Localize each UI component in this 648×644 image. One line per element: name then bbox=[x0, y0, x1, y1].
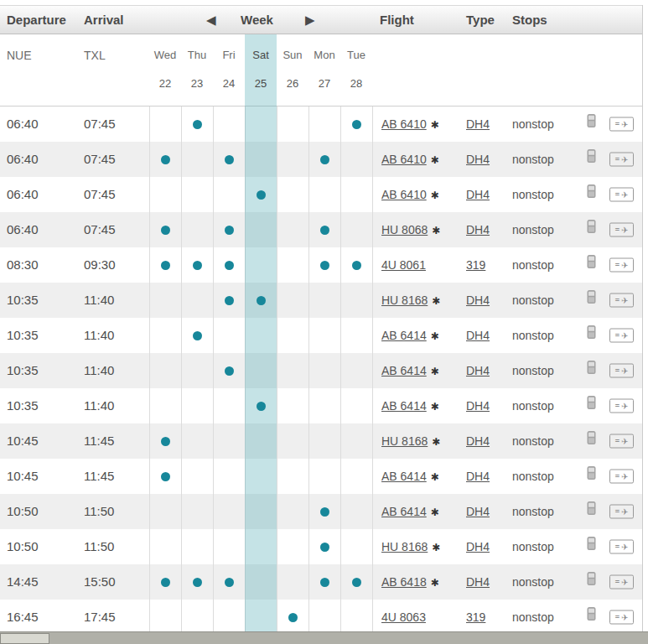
origin-airport-code: NUE bbox=[7, 46, 32, 65]
eticket-icon[interactable]: = ✈ bbox=[609, 258, 634, 273]
eticket-icon[interactable]: = ✈ bbox=[609, 293, 634, 308]
aircraft-type-link[interactable]: DH4 bbox=[466, 364, 490, 377]
eticket-icon[interactable]: = ✈ bbox=[609, 575, 634, 589]
flight-number-link[interactable]: AB 6414 bbox=[381, 470, 427, 483]
type-cell: DH4 bbox=[466, 494, 490, 529]
day-cell bbox=[149, 247, 181, 283]
aircraft-type-link[interactable]: DH4 bbox=[466, 223, 490, 236]
stops-value: nonstop bbox=[512, 459, 554, 494]
next-week-icon[interactable]: ▶ bbox=[305, 6, 315, 34]
eticket-icon[interactable]: = ✈ bbox=[609, 470, 634, 484]
mobile-phone-icon[interactable] bbox=[586, 600, 597, 635]
flight-cell: AB 6414✱ bbox=[381, 353, 439, 389]
flight-number-link[interactable]: 4U 8061 bbox=[381, 258, 426, 272]
flight-number-link[interactable]: HU 8168 bbox=[381, 293, 428, 307]
aircraft-type-link[interactable]: DH4 bbox=[466, 153, 490, 166]
horizontal-scrollbar[interactable] bbox=[0, 631, 648, 644]
aircraft-type-link[interactable]: 319 bbox=[466, 610, 485, 624]
aircraft-type-link[interactable]: DH4 bbox=[466, 470, 490, 483]
mobile-phone-icon[interactable] bbox=[586, 529, 597, 564]
mobile-phone-icon[interactable] bbox=[586, 283, 597, 318]
stops-value: nonstop bbox=[512, 564, 554, 600]
flight-number-link[interactable]: HU 8068 bbox=[381, 223, 428, 236]
day-cell bbox=[213, 318, 245, 353]
ticket-lines-glyph: = bbox=[615, 402, 619, 410]
ticket-lines-glyph: = bbox=[615, 508, 619, 516]
aircraft-type-link[interactable]: DH4 bbox=[466, 575, 490, 589]
day-cell bbox=[308, 494, 340, 529]
flight-number-link[interactable]: AB 6414 bbox=[381, 399, 427, 413]
flight-row: 06:40 07:45 AB 6410✱ DH4 nonstop = ✈ bbox=[0, 142, 642, 177]
table-subheader: NUE TXL WedThuFriSatSunMonTue 2223242526… bbox=[0, 34, 642, 106]
mobile-phone-icon[interactable] bbox=[586, 494, 597, 529]
mobile-phone-icon[interactable] bbox=[586, 106, 597, 142]
mobile-phone-icon[interactable] bbox=[586, 459, 597, 494]
flight-number-link[interactable]: AB 6414 bbox=[381, 329, 427, 342]
type-cell: DH4 bbox=[466, 106, 490, 142]
codeshare-star-icon: ✱ bbox=[431, 154, 439, 166]
flight-number-link[interactable]: HU 8168 bbox=[381, 434, 428, 448]
flight-number-link[interactable]: AB 6418 bbox=[381, 575, 427, 589]
day-cell bbox=[308, 600, 340, 635]
eticket-icon[interactable]: = ✈ bbox=[609, 505, 634, 519]
aircraft-type-link[interactable]: 319 bbox=[466, 258, 485, 272]
eticket-icon[interactable]: = ✈ bbox=[609, 610, 634, 625]
ticket-plane-glyph: ✈ bbox=[621, 366, 628, 375]
day-cell bbox=[308, 529, 340, 564]
scrollbar-thumb[interactable] bbox=[0, 633, 49, 644]
aircraft-type-link[interactable]: DH4 bbox=[466, 434, 490, 448]
day-cell bbox=[308, 142, 340, 177]
eticket-icon[interactable]: = ✈ bbox=[609, 117, 634, 132]
aircraft-type-link[interactable]: DH4 bbox=[466, 117, 490, 131]
aircraft-type-link[interactable]: DH4 bbox=[466, 188, 490, 201]
mobile-phone-icon[interactable] bbox=[586, 423, 597, 459]
eticket-icon[interactable]: = ✈ bbox=[609, 223, 634, 237]
eticket-icon[interactable]: = ✈ bbox=[609, 364, 634, 378]
flight-cell: HU 8168✱ bbox=[381, 283, 440, 319]
ticket-plane-glyph: ✈ bbox=[621, 331, 628, 340]
arrival-time: 07:45 bbox=[84, 212, 116, 247]
mobile-phone-icon[interactable] bbox=[586, 212, 597, 247]
aircraft-type-link[interactable]: DH4 bbox=[466, 505, 490, 518]
mobile-phone-icon[interactable] bbox=[586, 177, 597, 212]
eticket-icon[interactable]: = ✈ bbox=[609, 540, 634, 554]
flight-number-link[interactable]: AB 6410 bbox=[381, 153, 427, 166]
ticket-lines-glyph: = bbox=[615, 473, 619, 480]
flight-number-link[interactable]: AB 6410 bbox=[381, 117, 427, 131]
day-cell bbox=[340, 494, 373, 529]
aircraft-type-link[interactable]: DH4 bbox=[466, 329, 490, 342]
day-date-sun: 26 bbox=[277, 75, 308, 93]
day-cell bbox=[181, 388, 213, 423]
flight-number-link[interactable]: AB 6414 bbox=[381, 505, 427, 518]
day-cell bbox=[308, 353, 340, 388]
mobile-phone-icon[interactable] bbox=[586, 142, 597, 177]
mobile-phone-icon[interactable] bbox=[586, 318, 597, 353]
mobile-phone-icon[interactable] bbox=[586, 247, 597, 283]
aircraft-type-link[interactable]: DH4 bbox=[466, 540, 490, 553]
eticket-icon[interactable]: = ✈ bbox=[609, 153, 634, 167]
aircraft-type-link[interactable]: DH4 bbox=[466, 399, 490, 413]
mobile-phone-icon[interactable] bbox=[586, 388, 597, 423]
eticket-icon[interactable]: = ✈ bbox=[609, 188, 634, 202]
arrival-time: 11:40 bbox=[84, 318, 114, 353]
aircraft-type-link[interactable]: DH4 bbox=[466, 293, 490, 307]
flight-number-link[interactable]: AB 6414 bbox=[381, 364, 427, 377]
mobile-phone-icon[interactable] bbox=[586, 564, 597, 600]
operates-day-dot bbox=[257, 190, 266, 200]
eticket-icon[interactable]: = ✈ bbox=[609, 399, 634, 413]
flight-number-link[interactable]: 4U 8063 bbox=[381, 610, 426, 624]
arrival-time: 11:40 bbox=[84, 353, 114, 388]
operates-day-dot bbox=[257, 296, 266, 305]
eticket-icon[interactable]: = ✈ bbox=[609, 329, 634, 343]
previous-week-icon[interactable]: ◀ bbox=[206, 6, 216, 34]
flight-number-link[interactable]: AB 6410 bbox=[381, 188, 427, 201]
departure-time: 06:40 bbox=[7, 106, 39, 142]
operates-day-dot bbox=[320, 507, 329, 517]
mobile-phone-icon[interactable] bbox=[586, 353, 597, 388]
ticket-lines-glyph: = bbox=[615, 226, 619, 234]
flight-number-link[interactable]: HU 8168 bbox=[381, 540, 428, 553]
arrival-time: 11:50 bbox=[84, 529, 114, 564]
day-cell bbox=[277, 142, 308, 177]
eticket-icon[interactable]: = ✈ bbox=[609, 434, 634, 449]
operates-day-dot bbox=[352, 578, 361, 587]
